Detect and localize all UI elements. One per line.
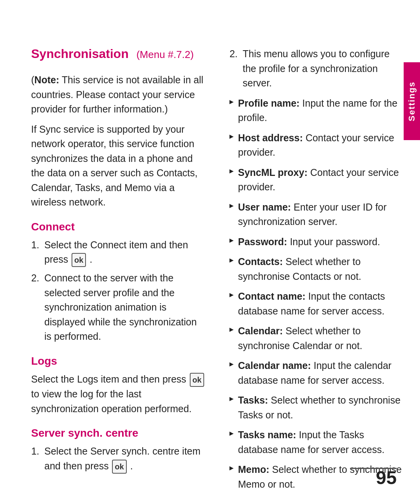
right-ordered-list: This menu allows you to configure the pr… bbox=[229, 47, 404, 91]
ok-button-1: ok bbox=[72, 253, 86, 267]
item-bold: Tasks: bbox=[238, 395, 268, 406]
list-item: Select the Server synch. centre item and… bbox=[42, 444, 206, 474]
item-bold: Contact name: bbox=[238, 291, 306, 302]
note-text: (Note: This service is not available in … bbox=[31, 73, 206, 117]
item-bold: Tasks name: bbox=[238, 429, 296, 440]
item-bold: Host address: bbox=[238, 132, 303, 143]
list-item: Tasks: Select whether to synchronise Tas… bbox=[229, 393, 404, 422]
ok-button-2: ok bbox=[190, 373, 204, 387]
main-content: Synchronisation (Menu #.7.2) (Note: This… bbox=[0, 0, 420, 504]
list-item: Select the Connect item and then press o… bbox=[42, 238, 206, 267]
menu-ref: (Menu #.7.2) bbox=[136, 49, 194, 61]
item-bold: Password: bbox=[238, 236, 287, 247]
settings-list: Profile name: Input the name for the pro… bbox=[229, 96, 404, 492]
list-item: Contact name: Input the contacts databas… bbox=[229, 289, 404, 318]
item-bold: Calendar name: bbox=[238, 360, 311, 371]
list-item: User name: Enter your user ID for synchr… bbox=[229, 200, 404, 229]
item-bold: Memo: bbox=[238, 464, 270, 475]
sidebar-tab: Settings bbox=[404, 62, 420, 140]
logs-text: Select the Logs item and then press ok t… bbox=[31, 372, 206, 416]
left-column: Synchronisation (Menu #.7.2) (Note: This… bbox=[31, 47, 206, 481]
list-item: Password: Input your password. bbox=[229, 235, 404, 249]
list-item: Calendar name: Input the calendar databa… bbox=[229, 358, 404, 388]
page-number: 95 bbox=[376, 467, 397, 488]
page-container: Settings Synchronisation (Menu #.7.2) (N… bbox=[0, 0, 420, 504]
item-bold: Calendar: bbox=[238, 325, 283, 336]
sidebar-label: Settings bbox=[407, 81, 417, 121]
item-bold: Contacts: bbox=[238, 256, 283, 267]
list-item: SyncML proxy: Contact your service provi… bbox=[229, 165, 404, 195]
note-bold: Note: bbox=[34, 74, 59, 85]
list-item: Contacts: Select whether to synchronise … bbox=[229, 255, 404, 284]
list-item: This menu allows you to configure the pr… bbox=[240, 47, 404, 91]
list-item: Connect to the server with the selected … bbox=[42, 271, 206, 344]
page-title: Synchronisation bbox=[31, 47, 129, 61]
intro-text: If Sync service is supported by your net… bbox=[31, 122, 206, 210]
list-item: Host address: Contact your service provi… bbox=[229, 131, 404, 160]
list-item: Tasks name: Input the Tasks database nam… bbox=[229, 428, 404, 457]
item-bold: User name: bbox=[238, 202, 291, 212]
item-bold: SyncML proxy: bbox=[238, 167, 308, 178]
list-item: Profile name: Input the name for the pro… bbox=[229, 96, 404, 125]
connect-list: Select the Connect item and then press o… bbox=[31, 238, 206, 344]
ok-button-3: ok bbox=[112, 460, 126, 474]
item-bold: Profile name: bbox=[238, 98, 299, 109]
connect-title: Connect bbox=[31, 221, 206, 233]
logs-title: Logs bbox=[31, 355, 206, 367]
server-synch-list: Select the Server synch. centre item and… bbox=[31, 444, 206, 474]
right-column: This menu allows you to configure the pr… bbox=[222, 47, 404, 481]
server-synch-title: Server synch. centre bbox=[31, 427, 206, 439]
list-item: Calendar: Select whether to synchronise … bbox=[229, 324, 404, 353]
title-row: Synchronisation (Menu #.7.2) bbox=[31, 47, 206, 67]
